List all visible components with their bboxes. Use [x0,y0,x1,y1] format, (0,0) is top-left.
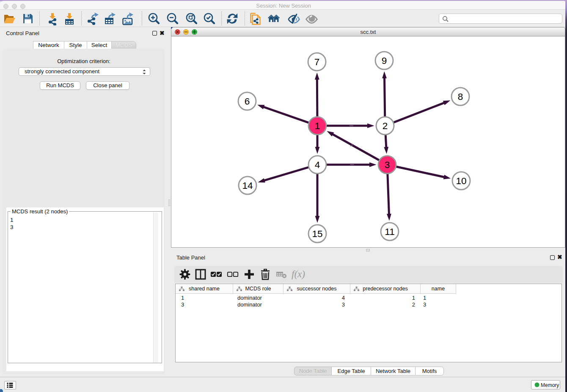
svg-text:11: 11 [385,226,394,237]
svg-text:10: 10 [456,176,466,186]
svg-text:f(x): f(x) [292,269,305,279]
svg-text:15: 15 [312,229,322,239]
svg-text:6: 6 [245,96,250,107]
svg-text:4: 4 [315,160,320,170]
svg-text:3: 3 [385,160,390,170]
svg-text:7: 7 [314,57,320,67]
svg-text:14: 14 [242,180,253,191]
svg-text:9: 9 [382,55,387,66]
svg-text:1: 1 [315,121,320,131]
svg-text:8: 8 [458,91,463,102]
svg-text:2: 2 [383,121,388,131]
